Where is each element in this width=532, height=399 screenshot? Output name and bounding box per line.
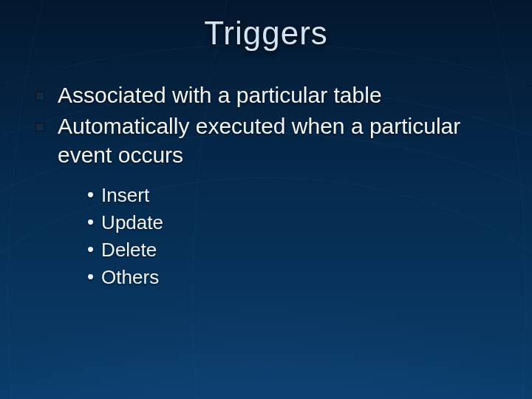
bullet-level2: • Update: [87, 210, 502, 236]
slide-content: Associated with a particular table Autom…: [35, 81, 502, 293]
bullet-text: Automatically executed when a particular…: [58, 112, 502, 169]
square-bullet-icon: [35, 123, 44, 132]
slide: Triggers Associated with a particular ta…: [0, 0, 532, 399]
round-bullet-icon: •: [87, 237, 94, 262]
round-bullet-icon: •: [87, 210, 94, 235]
sub-bullet-text: Delete: [101, 237, 157, 263]
sub-bullet-text: Insert: [101, 183, 149, 208]
round-bullet-icon: •: [87, 183, 94, 208]
slide-title: Triggers: [0, 15, 532, 52]
sub-bullet-text: Others: [101, 265, 159, 290]
square-bullet-icon: [35, 92, 44, 100]
bullet-level2: • Others: [87, 265, 502, 290]
round-bullet-icon: •: [87, 265, 94, 290]
bullet-level2: • Delete: [87, 237, 502, 263]
sub-bullet-group: • Insert • Update • Delete • Others: [87, 183, 502, 290]
sub-bullet-text: Update: [101, 210, 163, 236]
bullet-level2: • Insert: [87, 183, 502, 208]
bullet-level1: Associated with a particular table: [35, 81, 502, 109]
bullet-text: Associated with a particular table: [58, 81, 382, 109]
bullet-level1: Automatically executed when a particular…: [35, 112, 502, 169]
